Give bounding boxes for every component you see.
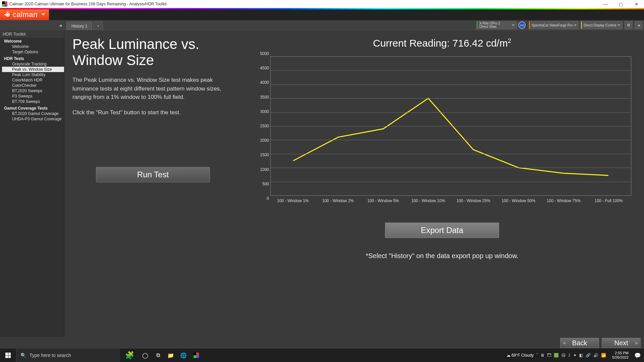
y-tick: 2000 [260,138,269,143]
gridline [271,126,631,126]
bluetooth-icon[interactable]: ᛒ [568,353,571,358]
taskbar-search[interactable]: 🔍 Type here to search [16,349,120,362]
x-tick: 100 - Window 50% [501,198,535,203]
sidebar-item-bt-709-sweeps[interactable]: BT.709 Sweeps [2,99,64,104]
x-tick: 100 - Window 25% [457,198,490,203]
sidebar-item-colorchecker[interactable]: ColorChecker [2,83,64,88]
y-tick: 2500 [260,124,269,128]
settings-button[interactable]: ⚙ [625,21,633,29]
tray-icon[interactable]: ✦ [573,353,577,358]
news-icon: 🧩 [125,351,134,360]
export-data-button[interactable]: Export Data [385,223,499,238]
x-tick: 100 - Window 75% [547,198,581,203]
panel-collapse-button[interactable]: ◂ [635,21,643,29]
volume-icon[interactable]: 🔊 [593,353,598,358]
gridline [271,140,631,140]
taskbar-clock[interactable]: 2:55 PM 5/26/2022 [609,351,631,360]
y-tick: 3000 [260,109,269,114]
circle-icon: ◯ [142,352,148,359]
cloud-icon: ☁ [506,353,511,358]
sidebar-item-grayscale-tracking[interactable]: Grayscale Tracking [2,61,64,67]
chevron-left-icon: « [563,340,566,346]
tab-history-1[interactable]: History 1 [66,21,92,30]
window-close-button[interactable]: ✕ [629,0,644,8]
tray-icon[interactable]: 🗔 [547,353,551,358]
run-test-button[interactable]: Run Test [96,167,210,182]
next-button[interactable]: Next» [602,338,641,348]
y-tick: 4000 [260,80,269,85]
sidebar-group-hdr-tests[interactable]: HDR Tests [2,56,64,61]
sidebar-item-welcome[interactable]: Welcome [2,44,64,49]
tray-icon[interactable]: 🖥 [540,353,544,358]
cortana-button[interactable]: ◯ [139,349,152,362]
reading-label: Current Reading: [373,38,452,49]
sidebar-item-colormatch-hdr[interactable]: ColorMatch HDR [2,77,64,83]
tab-strip: ◂ History 1 + X-Rite i1Pro 2 Direct View… [0,20,644,30]
meter-selector[interactable]: X-Rite i1Pro 2 Direct View [477,21,517,29]
main-menu-button[interactable]: calman [0,9,49,20]
start-button[interactable] [0,349,16,362]
sidebar-group-welcome[interactable]: Welcome [2,39,64,44]
gridline [271,168,631,168]
task-view-button[interactable]: ⧉ [152,349,164,362]
x-tick: 100 - Window 5% [367,198,399,203]
sidebar-group-gamut-coverage-tests[interactable]: Gamut Coverage Tests [2,106,64,111]
window-maximize-button[interactable]: ▢ [613,0,629,8]
sidebar-item-p3-sweeps[interactable]: P3 Sweeps [2,94,64,99]
sidebar-item-peak-vs-window-size[interactable]: Peak vs. Window Size [2,67,64,72]
wifi-icon[interactable]: 📶 [601,353,606,358]
gridline [271,84,631,85]
chevron-down-icon [512,24,515,26]
x-tick: 100 - Window 1% [277,198,309,203]
sidebar: HDR Toolkit WelcomeWelcomeTarget Options… [0,30,64,337]
app-ribbon: calman [0,9,644,20]
weather-text: 69°F Cloudy [512,353,534,358]
content-area: Peak Luminance vs. Window Size The Peak … [64,30,644,337]
calman-taskbar-button[interactable] [190,349,203,362]
tray-icon[interactable]: 🟩 [554,353,559,358]
tray-icon[interactable]: 🔗 [586,353,591,358]
back-label: Back [572,339,587,347]
meter-reading-badge: 162 [518,21,526,29]
chevron-down-icon [42,13,45,15]
sidebar-header: HDR Toolkit [0,30,64,38]
chevron-down-icon [618,24,620,26]
display-selector[interactable]: Direct Display Control [581,21,623,29]
news-widget[interactable]: 🧩 [120,349,139,362]
y-tick: 4500 [260,66,269,70]
edge-button[interactable]: 🌐 [177,349,190,362]
sidebar-item-uhda-p3-gamut-coverage[interactable]: UHDA-P3 Gamut Coverage [2,116,64,122]
tray-icon[interactable]: ◧ [579,353,583,358]
system-tray: ☁ 69°F Cloudy ˇ 🖥 🗔 🟩 Ⓦ ᛒ ✦ ◧ 🔗 🔊 📶 [503,353,610,358]
window-minimize-button[interactable]: — [598,0,613,8]
source-name: SpectraCal VideoForge Pro [532,23,573,27]
display-name: Direct Display Control [584,23,616,27]
sidebar-item-bt-2020-sweeps[interactable]: BT.2020 Sweeps [2,88,64,94]
window-title: Calman 2020 Calman Ultimate for Business… [9,2,167,6]
taskview-icon: ⧉ [156,352,160,358]
sidebar-item-bt-2020-gamut-coverage[interactable]: BT.2020 Gamut Coverage [2,111,64,116]
weather-widget[interactable]: ☁ 69°F Cloudy [506,353,534,358]
app-icon [2,1,7,7]
chart-x-axis: 100 - Window 1%100 - Window 2%100 - Wind… [270,198,631,208]
gridline [271,182,631,182]
back-button[interactable]: «Back [560,338,599,348]
sidebar-item-target-options[interactable]: Target Options [2,49,64,55]
window-titlebar: Calman 2020 Calman Ultimate for Business… [0,0,644,8]
tray-overflow-button[interactable]: ˇ [536,353,538,358]
sidebar-item-peak-lum-stability[interactable]: Peak Lum Stability [2,72,64,77]
tab-add-button[interactable]: + [93,21,103,30]
footer-navigation: «Back Next» [0,337,644,349]
tray-icon[interactable]: Ⓦ [561,353,566,358]
gear-icon: ⚙ [627,23,631,27]
chevron-down-icon [574,24,577,26]
y-tick: 1500 [260,153,269,157]
notifications-button[interactable]: 💬 [631,349,644,362]
calman-icon [194,353,199,358]
next-label: Next [614,339,628,347]
sidebar-collapse-button[interactable]: ◂ [0,20,64,30]
clock-date: 5/26/2022 [612,355,629,360]
y-tick: 500 [262,182,269,186]
file-explorer-button[interactable]: 📁 [164,349,177,362]
source-selector[interactable]: SpectraCal VideoForge Pro [529,21,579,29]
